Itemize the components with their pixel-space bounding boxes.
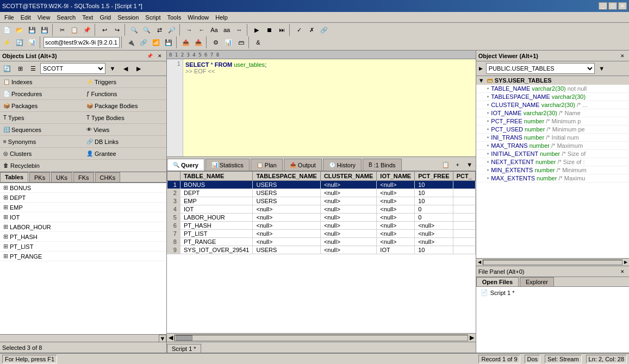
rollback-button[interactable]: ✗	[306, 24, 317, 36]
results-extra-btn2[interactable]: +	[452, 159, 464, 171]
results-tab-statistics[interactable]: 📊 Statistics	[205, 159, 250, 171]
outdent-button[interactable]: ←	[196, 24, 208, 36]
table-item-bonus[interactable]: ⊞ BONUS	[0, 183, 166, 193]
sql-content[interactable]: SELECT * FROM user_tables; >> EOF <<	[183, 59, 476, 156]
redo-button[interactable]: ↪	[111, 24, 123, 36]
table-row[interactable]: 9 SYS_IOT_OVER_29541 USERS <null> IOT 10	[167, 246, 475, 254]
close-button[interactable]: ✕	[618, 2, 627, 10]
upper-button[interactable]: Aa	[208, 24, 220, 36]
obj-hscroll[interactable]: ◀ ▶	[476, 258, 629, 266]
obj-pin-btn[interactable]: 📌	[146, 52, 154, 60]
menu-search[interactable]: Search	[53, 13, 79, 22]
menu-session[interactable]: Session	[114, 13, 142, 22]
obj-close-btn[interactable]: ✕	[155, 52, 164, 60]
scroll-right-btn[interactable]: ▶	[468, 334, 476, 342]
find-button[interactable]: 🔍	[128, 24, 140, 36]
menu-edit[interactable]: Edit	[17, 13, 34, 22]
table-item-pt-hash[interactable]: ⊞ PT_HASH	[0, 232, 166, 242]
col-header-tablespace-name[interactable]: TABLESPACE_NAME	[253, 172, 320, 181]
replace-button[interactable]: ⇄	[153, 24, 165, 36]
find-db-button[interactable]: 🔎	[166, 24, 178, 36]
col-header-pct-free[interactable]: PCT_FREE	[415, 172, 453, 181]
open-button[interactable]: 📂	[14, 24, 26, 36]
nav-type-bodies[interactable]: T Type Bodies	[83, 112, 166, 124]
scroll-down-btn[interactable]: ▼	[159, 335, 166, 342]
nav-triggers[interactable]: ⚡ Triggers	[83, 76, 166, 88]
obj-list-btn3[interactable]: 📊	[26, 36, 38, 48]
nav-package-bodies[interactable]: 📦 Package Bodies	[83, 100, 166, 112]
table-item-emp[interactable]: ⊞ EMP	[0, 203, 166, 212]
nav-grantee[interactable]: 👤 Grantee	[83, 148, 166, 160]
menu-script[interactable]: Script	[142, 13, 164, 22]
nav-synonyms[interactable]: ≡ Synonyms	[0, 136, 83, 148]
table-item-pt-list[interactable]: ⊞ PT_LIST	[0, 242, 166, 252]
obj-prev-btn[interactable]: ◀	[120, 62, 132, 74]
table-item-labor-hour[interactable]: ⊞ LABOR_HOUR	[0, 222, 166, 232]
horizontal-scrollbar[interactable]: ◀ ▶	[167, 333, 476, 342]
hscroll-thumb[interactable]	[176, 335, 192, 341]
table-row[interactable]: 7 PT_LIST <null> <null> <null> <null>	[167, 230, 475, 238]
copy-button[interactable]: 📋	[68, 24, 80, 36]
results-tab-history[interactable]: 🕐 History	[323, 159, 362, 171]
nav-sequences[interactable]: 🔢 Sequences	[0, 124, 83, 136]
obj-viewer-close-btn[interactable]: ✕	[618, 52, 627, 60]
tab-tables[interactable]: Tables	[0, 172, 28, 182]
find-next-button[interactable]: 🔍	[141, 24, 153, 36]
hscroll-track[interactable]	[175, 335, 468, 341]
nav-functions[interactable]: ƒ Functions	[83, 88, 166, 100]
obj-list-btn1[interactable]: ⚡	[1, 36, 13, 48]
nav-procedures[interactable]: 📄 Procedures	[0, 88, 83, 100]
results-tab-output[interactable]: 📤 Output	[284, 159, 322, 171]
col-header-cluster-name[interactable]: CLUSTER_NAME	[320, 172, 376, 181]
obj-scroll-right-btn[interactable]: ▶	[622, 259, 629, 266]
table-row[interactable]: 6 PT_HASH <null> <null> <null> <null>	[167, 222, 475, 230]
file-tab-explorer[interactable]: Explorer	[520, 277, 554, 286]
save-button[interactable]: 💾	[26, 24, 38, 36]
nav-views[interactable]: 👁 Views	[83, 124, 166, 136]
results-extra-btn3[interactable]: ▼	[464, 159, 476, 171]
conn-btn3[interactable]: 📶	[150, 36, 162, 48]
menu-help[interactable]: Help	[212, 13, 231, 22]
tab-pks[interactable]: PKs	[29, 172, 50, 182]
script-tab-1[interactable]: Script 1 *	[167, 344, 201, 353]
step-button[interactable]: ⏭	[276, 24, 288, 36]
amp-btn[interactable]: &	[252, 36, 264, 48]
save-all-button[interactable]: 💾	[39, 24, 51, 36]
nav-db-links[interactable]: 🔗 DB Links	[83, 136, 166, 148]
scroll-left-btn[interactable]: ◀	[167, 334, 175, 342]
obj-list-btn2[interactable]: 🔄	[14, 36, 26, 48]
dblink-button[interactable]: 🔗	[318, 24, 330, 36]
menu-grid[interactable]: Grid	[96, 13, 114, 22]
nav-packages[interactable]: 📦 Packages	[0, 100, 83, 112]
table-row[interactable]: 4 IOT <null> <null> <null> 0	[167, 205, 475, 214]
nav-recyclebin[interactable]: 🗑 Recyclebin	[0, 160, 166, 172]
col-header-table-name[interactable]: TABLE_NAME	[180, 172, 252, 181]
stop-button[interactable]: ⏹	[263, 24, 275, 36]
paste-button[interactable]: 📌	[81, 24, 93, 36]
minimize-button[interactable]: _	[599, 2, 607, 10]
extra-btn1[interactable]: ⚙	[210, 36, 222, 48]
connection-input[interactable]	[43, 37, 120, 48]
results-extra-btn1[interactable]: 📋	[440, 159, 452, 171]
indent-button[interactable]: →	[183, 24, 195, 36]
nav-clusters[interactable]: ◎ Clusters	[0, 148, 83, 160]
object-dropdown[interactable]: PUBLIC.USER_TABLES	[486, 63, 595, 74]
conn-btn4[interactable]: 💾	[163, 36, 175, 48]
results-tab-query[interactable]: 🔍 Query	[167, 159, 204, 171]
obj-scroll-left-btn[interactable]: ◀	[476, 259, 483, 266]
tab-fks[interactable]: FKs	[73, 172, 94, 182]
menu-view[interactable]: View	[34, 13, 54, 22]
extra-btn3[interactable]: 🗃	[235, 36, 247, 48]
nav-indexes[interactable]: 📋 Indexes	[0, 76, 83, 88]
tab-chks[interactable]: CHKs	[95, 172, 121, 182]
table-item-iot[interactable]: ⊞ IOT	[0, 212, 166, 222]
obj-hscroll-track[interactable]	[483, 260, 622, 265]
menu-tools[interactable]: Tools	[164, 13, 184, 22]
format-button[interactable]: ↔	[233, 24, 245, 36]
tab-uks[interactable]: UKs	[51, 172, 72, 182]
obj-dropdown-arrow[interactable]: ▼	[596, 62, 608, 74]
nav-types[interactable]: T Types	[0, 112, 83, 124]
obj-list-btn[interactable]: ☰	[27, 62, 39, 74]
schema-select[interactable]: SCOTT	[40, 63, 105, 74]
obj-refresh-btn[interactable]: 🔄	[1, 62, 13, 74]
